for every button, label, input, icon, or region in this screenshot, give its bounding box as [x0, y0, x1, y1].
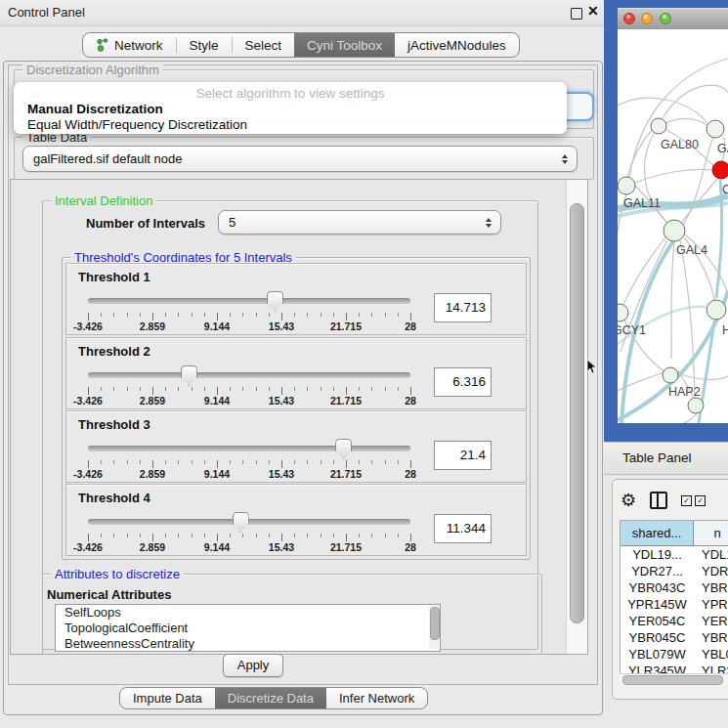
- tab-impute-data[interactable]: Impute Data: [120, 688, 215, 708]
- tick-label: -3.426: [73, 468, 103, 480]
- slider-thumb[interactable]: [335, 439, 352, 459]
- slider-thumb[interactable]: [181, 365, 197, 386]
- threshold-3-slider[interactable]: -3.4262.8599.14415.4321.71528: [88, 437, 410, 478]
- checkbox-checked-icon[interactable]: ✓: [695, 495, 706, 506]
- tick-label: 9.144: [204, 541, 230, 553]
- tab-select[interactable]: Select: [233, 33, 295, 57]
- network-node-label: GA: [717, 142, 728, 155]
- checkbox-checked-icon[interactable]: ✓: [681, 495, 692, 506]
- list-scrollbar[interactable]: [429, 606, 439, 649]
- tab-infer-network[interactable]: Infer Network: [326, 688, 427, 708]
- table-panel-titlebar[interactable]: Table Panel: [604, 442, 728, 475]
- scrollbar-thumb[interactable]: [570, 203, 584, 623]
- network-node[interactable]: [663, 367, 678, 383]
- list-item[interactable]: BetweennessCentrality: [56, 636, 440, 652]
- threshold-4-value-field[interactable]: 11.344: [434, 514, 492, 543]
- network-node[interactable]: [664, 220, 685, 241]
- apply-button[interactable]: Apply: [223, 654, 283, 677]
- tab-cyni-toolbox[interactable]: Cyni Toolbox: [294, 33, 395, 57]
- threshold-2-value-field[interactable]: 6.316: [434, 367, 492, 397]
- node-attribute-table[interactable]: shared... n YDL19...YDL1 YDR27...YDR2 YB…: [620, 520, 728, 675]
- table-row[interactable]: YBR045CYBR0: [621, 629, 728, 646]
- table-row[interactable]: YBR043CYBR0: [621, 579, 728, 596]
- network-node[interactable]: [707, 300, 726, 320]
- control-panel-titlebar: Control Panel ✕: [0, 0, 604, 26]
- threshold-1-slider[interactable]: -3.4262.8599.14415.4321.71528: [88, 289, 410, 330]
- tab-network[interactable]: Network: [83, 33, 176, 57]
- tab-style[interactable]: Style: [177, 33, 232, 57]
- number-of-intervals-combobox[interactable]: 5: [218, 210, 501, 235]
- table-row[interactable]: YBL079WYBL0: [621, 646, 728, 663]
- network-icon: [96, 38, 108, 52]
- network-node[interactable]: [712, 161, 728, 179]
- list-item[interactable]: TopologicalCoefficient: [56, 621, 440, 636]
- threshold-4-slider[interactable]: -3.4262.8599.14415.4321.71528: [88, 510, 410, 551]
- table-horizontal-scrollbar[interactable]: [620, 673, 728, 685]
- tick-label: 15.43: [269, 395, 294, 407]
- slider-track[interactable]: [88, 298, 410, 304]
- network-view-window[interactable]: GAL80GACGAL11GAL4GCY1HHAP2: [604, 0, 728, 442]
- column-header-shared[interactable]: shared...: [621, 521, 694, 546]
- tick-label: 9.144: [204, 321, 230, 332]
- table-toolbar: ⚙ ✓ ✓: [621, 490, 706, 511]
- tick-label: -3.426: [73, 541, 103, 553]
- table-data-combobox[interactable]: galFiltered.sif default node: [22, 146, 578, 172]
- attributes-group-title: Attributes to discretize: [51, 567, 184, 581]
- tick-label: 21.715: [330, 321, 362, 332]
- threshold-2-label: Threshold 2: [78, 344, 150, 359]
- tick-label: 21.715: [330, 395, 362, 407]
- table-row[interactable]: YDL19...YDL1: [621, 546, 728, 563]
- table-row[interactable]: YDR27...YDR2: [621, 563, 728, 579]
- slider-thumb[interactable]: [267, 291, 283, 312]
- table-row[interactable]: YER054CYER0: [621, 613, 728, 629]
- column-header-name[interactable]: n: [694, 521, 728, 546]
- network-node[interactable]: [618, 177, 635, 194]
- spinner-arrows-icon: [486, 218, 492, 228]
- split-column-icon[interactable]: [650, 492, 667, 509]
- float-window-icon[interactable]: [571, 8, 582, 20]
- tick-label: 15.43: [269, 321, 294, 332]
- tick-label: 28: [405, 321, 416, 332]
- tick-label: 28: [405, 395, 416, 407]
- tab-discretize-data[interactable]: Discretize Data: [215, 688, 326, 708]
- threshold-3-label: Threshold 3: [78, 417, 150, 432]
- table-row[interactable]: YPR145WYPR1: [621, 596, 728, 613]
- popup-option-manual[interactable]: Manual Discretization: [27, 102, 163, 116]
- gear-icon[interactable]: ⚙: [621, 492, 636, 509]
- popup-option-equal-width[interactable]: Equal Width/Frequency Discretization: [27, 117, 247, 132]
- tick-label: 2.859: [140, 468, 165, 480]
- popup-hint: Select algorithm to view settings: [14, 86, 567, 101]
- threshold-2-slider[interactable]: -3.4262.8599.14415.4321.71528: [88, 364, 410, 405]
- threshold-4-row: Threshold 4 -3.4262.8599.14415.4321.7152…: [65, 484, 527, 556]
- settings-vertical-scrollbar[interactable]: [566, 180, 587, 654]
- screen: Control Panel ✕ Network Style Select Cyn…: [0, 0, 728, 728]
- threshold-1-label: Threshold 1: [78, 270, 150, 284]
- network-node-label: H: [722, 323, 728, 337]
- table-header-row: shared... n: [621, 521, 728, 546]
- numerical-attributes-list[interactable]: SelfLoops TopologicalCoefficient Between…: [55, 604, 441, 652]
- tick-label: 21.715: [330, 468, 362, 480]
- network-node[interactable]: [688, 398, 704, 413]
- tick-label: -3.426: [73, 321, 103, 332]
- threshold-3-value-field[interactable]: 21.4: [434, 441, 492, 470]
- panel-title: Control Panel: [8, 5, 85, 20]
- close-icon[interactable]: ✕: [587, 3, 599, 19]
- slider-tick-labels: -3.4262.8599.14415.4321.71528: [88, 321, 410, 332]
- list-item[interactable]: SelfLoops: [56, 605, 440, 621]
- tab-network-label: Network: [114, 38, 163, 53]
- tick-label: 9.144: [204, 468, 230, 480]
- slider-thumb[interactable]: [233, 512, 249, 533]
- threshold-1-value-field[interactable]: 14.713: [434, 293, 492, 322]
- network-node-label: GAL4: [676, 243, 707, 257]
- tick-label: 15.43: [269, 468, 294, 480]
- network-node-label: GAL80: [661, 138, 699, 151]
- table-panel-title: Table Panel: [622, 450, 692, 465]
- scrollbar-thumb[interactable]: [622, 675, 723, 685]
- network-node[interactable]: [707, 120, 724, 138]
- spinner-arrows-icon: [562, 154, 568, 164]
- tab-jactivemnodules[interactable]: jActiveMNodules: [395, 33, 519, 57]
- network-node[interactable]: [651, 118, 666, 134]
- network-node-label: GAL11: [623, 196, 661, 210]
- algorithm-group-title: Discretization Algorithm: [22, 63, 163, 77]
- tick-label: 28: [405, 541, 416, 553]
